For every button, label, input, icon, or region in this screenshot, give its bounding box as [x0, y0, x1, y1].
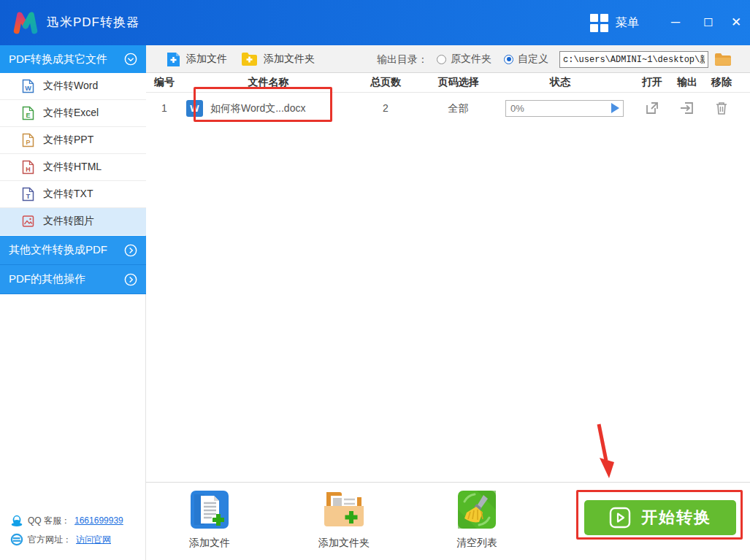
main-toolbar: 添加文件 添加文件夹 输出目录： 原文件夹 自定义: [146, 45, 750, 73]
col-remove: 移除: [707, 73, 736, 93]
row-index: 1: [150, 93, 179, 124]
row-pages: 2: [364, 93, 407, 124]
title-bar: 迅米PDF转换器 菜单 ─ ☐ ✕: [0, 0, 750, 45]
sidebar-header-label: PDF转换成其它文件: [9, 53, 107, 66]
start-convert-button[interactable]: 开始转换: [584, 500, 736, 535]
row-page-selection[interactable]: 全部: [435, 93, 482, 124]
svg-text:W: W: [25, 85, 31, 92]
qq-icon: [10, 514, 23, 527]
svg-text:E: E: [26, 112, 30, 119]
add-folder-icon: [241, 52, 258, 66]
sidebar-item-label: 文件转图片: [43, 215, 94, 228]
col-status: 状态: [538, 73, 582, 93]
add-folder-big-button[interactable]: 添加文件夹: [300, 490, 388, 550]
add-file-big-label: 添加文件: [166, 537, 253, 550]
browse-folder-icon[interactable]: [714, 53, 732, 66]
trash-remove-icon[interactable]: [713, 100, 730, 116]
radio-custom-label: 自定义: [518, 53, 548, 66]
official-site-label: 官方网址：: [28, 534, 72, 546]
radio-circle-icon: [437, 55, 446, 64]
add-folder-big-label: 添加文件夹: [300, 537, 388, 550]
output-dir-label: 输出目录：: [377, 45, 428, 73]
col-index: 编号: [150, 73, 179, 93]
ie-browser-icon: [10, 533, 23, 546]
official-site-link[interactable]: 访问官网: [76, 534, 111, 546]
progress-bar: 0%: [505, 100, 624, 117]
col-pageselect: 页码选择: [435, 73, 482, 93]
add-folder-toolbar-button[interactable]: 添加文件夹: [241, 45, 315, 73]
col-filename: 文件名称: [219, 73, 318, 93]
sidebar-section-other-to-pdf[interactable]: 其他文件转换成PDF: [0, 236, 146, 265]
radio-original-folder[interactable]: 原文件夹: [437, 45, 491, 73]
sidebar-footer: QQ 客服： 1661699939 官方网址： 访问官网: [0, 511, 146, 549]
menu-label: 菜单: [616, 15, 639, 31]
clear-list-broom-icon: [457, 490, 497, 529]
export-output-icon[interactable]: [679, 100, 695, 116]
play-icon: [609, 507, 631, 529]
sidebar-section-label: 其他文件转换成PDF: [9, 243, 107, 257]
html-doc-icon: H: [22, 160, 34, 174]
sidebar-item-label: 文件转TXT: [43, 188, 93, 201]
svg-text:T: T: [26, 193, 31, 200]
menu-button[interactable]: 菜单: [590, 0, 639, 45]
add-file-big-icon: [190, 490, 229, 529]
word-doc-icon: W: [22, 79, 34, 93]
excel-doc-icon: E: [22, 106, 34, 120]
add-folder-big-icon: [322, 490, 366, 529]
sidebar-item-file-to-html[interactable]: H 文件转HTML: [0, 154, 146, 181]
output-path-input[interactable]: [559, 51, 708, 68]
ppt-doc-icon: P: [22, 133, 34, 147]
app-title: 迅米PDF转换器: [47, 0, 139, 45]
clear-list-big-button[interactable]: 清空列表: [433, 490, 521, 550]
chevron-down-circle-icon: [124, 53, 137, 66]
chevron-right-circle-icon: [124, 273, 137, 286]
qq-number-link[interactable]: 1661699939: [74, 515, 123, 526]
radio-custom[interactable]: 自定义: [504, 45, 548, 73]
chevron-right-circle-icon: [124, 244, 137, 257]
sidebar-section-pdf-other-ops[interactable]: PDF的其他操作: [0, 265, 146, 294]
add-file-big-button[interactable]: 添加文件: [166, 490, 253, 550]
sidebar-header-pdf-to-other[interactable]: PDF转换成其它文件: [0, 45, 146, 73]
add-file-icon: [167, 51, 180, 67]
table-header: 编号 文件名称 总页数 页码选择 状态 打开 输出 移除: [146, 73, 750, 93]
image-icon: [22, 214, 34, 229]
svg-text:H: H: [26, 166, 31, 173]
txt-doc-icon: T: [22, 187, 34, 202]
sidebar-item-label: 文件转PPT: [43, 134, 93, 147]
sidebar-item-file-to-excel[interactable]: E 文件转Excel: [0, 100, 146, 127]
row-play-icon[interactable]: [611, 103, 619, 113]
add-folder-label: 添加文件夹: [264, 53, 315, 66]
col-pages: 总页数: [364, 73, 407, 93]
sidebar-section-label: PDF的其他操作: [9, 272, 85, 286]
qq-service-label: QQ 客服：: [28, 515, 70, 527]
radio-original-label: 原文件夹: [451, 53, 491, 66]
table-row: 1 W 如何将Word文...docx 2 全部 0%: [146, 93, 750, 124]
progress-percent: 0%: [510, 101, 524, 116]
add-file-label: 添加文件: [186, 53, 227, 66]
add-file-toolbar-button[interactable]: 添加文件: [167, 45, 227, 73]
sidebar-item-file-to-txt[interactable]: T 文件转TXT: [0, 181, 146, 208]
bottom-action-panel: 添加文件 添加文件夹 清空列表: [146, 482, 750, 560]
annotation-arrow: [583, 420, 627, 486]
app-logo-icon: [10, 7, 41, 38]
close-button[interactable]: ✕: [722, 0, 750, 45]
col-output: 输出: [673, 73, 702, 93]
col-open: 打开: [638, 73, 667, 93]
radio-circle-selected-icon: [504, 55, 513, 64]
word-file-badge-icon: W: [186, 100, 203, 117]
menu-grid-icon: [590, 14, 608, 32]
start-convert-label: 开始转换: [641, 507, 711, 529]
clear-list-big-label: 清空列表: [433, 537, 521, 550]
sidebar-item-label: 文件转Word: [43, 80, 98, 93]
sidebar-item-file-to-image[interactable]: 文件转图片: [0, 208, 146, 235]
sidebar-item-file-to-word[interactable]: W 文件转Word: [0, 73, 146, 100]
sidebar: PDF转换成其它文件 W 文件转Word E 文件转Excel P 文件转PPT: [0, 45, 146, 560]
sidebar-item-label: 文件转Excel: [43, 107, 99, 120]
sidebar-item-label: 文件转HTML: [43, 161, 102, 174]
row-file-name: 如何将Word文...docx: [210, 93, 305, 124]
maximize-button[interactable]: ☐: [694, 0, 723, 45]
minimize-button[interactable]: ─: [661, 0, 690, 45]
sidebar-item-file-to-ppt[interactable]: P 文件转PPT: [0, 127, 146, 154]
svg-text:P: P: [26, 139, 30, 146]
open-file-icon[interactable]: [644, 100, 660, 116]
